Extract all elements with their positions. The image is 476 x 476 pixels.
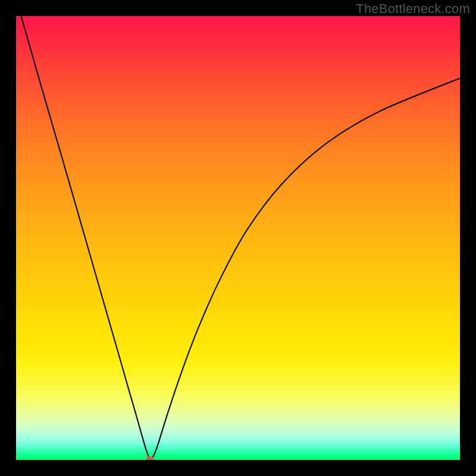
watermark-text: TheBottleneck.com bbox=[356, 1, 470, 17]
chart-plot-area bbox=[16, 16, 460, 460]
optimal-point-marker bbox=[146, 456, 154, 461]
chart-curve-svg bbox=[16, 16, 460, 460]
bottleneck-curve-path bbox=[16, 16, 460, 459]
